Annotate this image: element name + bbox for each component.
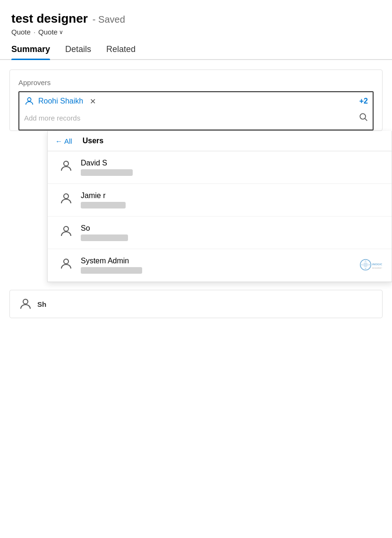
user-sub	[81, 169, 133, 176]
user-sub	[81, 267, 142, 274]
user-sub	[81, 202, 126, 208]
person-icon	[24, 96, 34, 106]
person-icon	[18, 297, 33, 311]
user-info: So	[81, 224, 380, 241]
breadcrumb-separator: ·	[34, 28, 35, 36]
dropdown-category-label: Users	[83, 137, 103, 145]
dropdown-header: ← All Users	[48, 131, 392, 151]
approver-tag: Roohi Shaikh ✕	[24, 96, 96, 106]
svg-point-5	[64, 226, 68, 231]
tab-bar: Summary Details Related	[0, 44, 392, 60]
list-item[interactable]: So	[48, 217, 392, 249]
approvers-input-box[interactable]: Roohi Shaikh ✕ +2 Add more records	[18, 91, 374, 130]
user-name: Jamie r	[81, 191, 380, 200]
sh-label: Sh	[37, 300, 46, 308]
list-item[interactable]: David S	[48, 151, 392, 184]
breadcrumb-entity-dropdown[interactable]: Quote ∨	[38, 28, 63, 36]
approvers-label: Approvers	[18, 78, 374, 87]
dropdown-panel: ← All Users David S	[47, 131, 392, 282]
svg-point-4	[64, 194, 68, 199]
saved-status: - Saved	[93, 14, 125, 25]
person-icon	[59, 257, 73, 271]
back-label: All	[64, 137, 72, 145]
svg-point-6	[64, 259, 68, 264]
breadcrumb: Quote · Quote ∨	[11, 28, 381, 36]
add-more-row: Add more records	[24, 110, 368, 126]
user-name: David S	[81, 159, 380, 167]
user-info: David S	[81, 159, 380, 176]
svg-text:innovative logic: innovative logic	[372, 267, 382, 269]
inogic-logo-icon: iNOGIC innovative logic	[358, 258, 382, 272]
remove-approver-button[interactable]: ✕	[90, 97, 96, 106]
user-list: David S Jamie r	[48, 151, 392, 282]
breadcrumb-entity-label: Quote	[38, 28, 58, 36]
tab-details[interactable]: Details	[65, 44, 91, 59]
page-title: test designer	[11, 11, 88, 26]
svg-point-0	[27, 98, 31, 101]
breadcrumb-type: Quote	[11, 28, 31, 36]
tab-summary[interactable]: Summary	[11, 44, 50, 59]
user-sub	[81, 234, 128, 241]
approver-extra-count: +2	[359, 97, 368, 105]
person-icon	[59, 191, 73, 206]
user-info: Jamie r	[81, 191, 380, 208]
svg-point-8	[363, 262, 368, 267]
chevron-down-icon: ∨	[59, 29, 63, 35]
user-name: System Admin	[81, 257, 380, 265]
main-content: Approvers Roohi Shaikh ✕ +2 Add more rec…	[0, 60, 392, 318]
svg-line-2	[365, 119, 367, 121]
back-to-all-button[interactable]: ← All	[55, 137, 72, 145]
user-name: So	[81, 224, 380, 233]
sh-section: Sh	[9, 290, 383, 318]
back-arrow-icon: ←	[55, 137, 62, 145]
add-more-placeholder: Add more records	[24, 114, 80, 122]
list-item[interactable]: System Admin iNOGIC in	[48, 249, 392, 282]
list-item[interactable]: Jamie r	[48, 184, 392, 217]
person-icon	[59, 159, 73, 173]
person-icon	[59, 224, 73, 238]
tab-related[interactable]: Related	[106, 44, 136, 59]
user-info: System Admin	[81, 257, 380, 274]
inogic-watermark: iNOGIC innovative logic	[358, 258, 382, 272]
approvers-section: Approvers Roohi Shaikh ✕ +2 Add more rec…	[9, 69, 383, 131]
approver-name: Roohi Shaikh	[38, 97, 83, 105]
svg-point-3	[64, 161, 68, 166]
svg-text:iNOGIC: iNOGIC	[372, 262, 382, 266]
svg-point-1	[360, 113, 366, 119]
search-icon	[358, 112, 368, 124]
page-header: test designer - Saved Quote · Quote ∨	[0, 0, 392, 36]
svg-point-11	[23, 299, 28, 304]
